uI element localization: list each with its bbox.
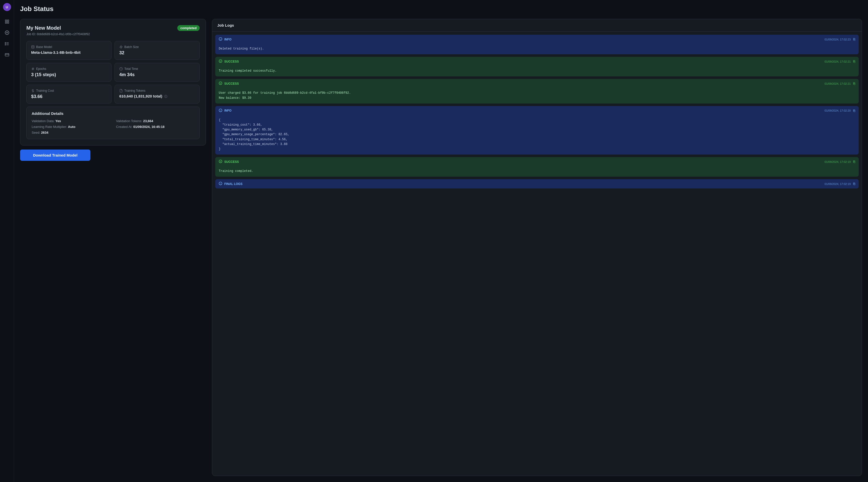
svg-point-11 [5,43,5,44]
stat-base-model-label: Base Model [31,45,107,49]
left-panel: My New Model completed Job ID: 6bb8d689-… [20,19,206,476]
log-entry-3: SUCCESS 01/09/2024, 17:02:21 ⎘ User char… [215,79,859,103]
copy-icon-1[interactable]: ⎘ [853,37,855,41]
log-header-4: INFO 01/09/2024, 17:02:20 ⎘ [215,106,859,115]
page-header: Job Status [14,0,868,13]
log-header-left-5: SUCCESS [219,159,239,164]
right-panel: Job Logs INFO [212,19,862,476]
model-card-header: My New Model completed [26,25,200,31]
stats-grid: Base Model Meta-Llama-3.1-8B-bnb-4bit Ba… [26,41,200,103]
svg-rect-13 [5,54,9,56]
svg-line-20 [33,68,33,70]
log-label-6: FINAL LOGS [224,182,242,186]
log-timestamp-5: 01/09/2024, 17:02:19 [825,160,851,163]
log-meta-3: 01/09/2024, 17:02:21 ⎘ [825,82,855,85]
log-label-2: SUCCESS [224,60,239,63]
stat-training-tokens-value: 610,640 (1,831,920 total) ⓘ [119,94,195,99]
info-circle-icon-6 [219,182,222,186]
stat-training-cost: Training Cost $3.66 [26,85,112,103]
copy-icon-3[interactable]: ⎘ [853,82,855,85]
job-id: Job ID: 6bb8d689-b2cd-4fa1-bf0b-c2f7f040… [26,32,200,36]
log-body-2: Training completed successfully. [215,66,859,77]
svg-point-10 [5,42,5,43]
list-icon[interactable] [2,39,11,48]
stat-total-time: Total Time 4m 34s [115,63,200,82]
success-icon-5 [219,159,222,164]
logs-container: Job Logs INFO [212,19,862,476]
stat-epochs-value: 3 (15 steps) [31,72,107,78]
svg-point-15 [32,46,34,47]
log-label-3: SUCCESS [224,82,239,85]
copy-icon-4[interactable]: ⎘ [853,109,855,113]
log-label-5: SUCCESS [224,160,239,163]
model-name: My New Model [26,25,61,31]
log-entry-1: INFO 01/09/2024, 17:02:23 ⎘ Deleted trai… [215,35,859,54]
stat-training-tokens-label: Training Tokens [119,89,195,92]
log-header-2: SUCCESS 01/09/2024, 17:02:21 ⎘ [215,57,859,66]
download-trained-model-button[interactable]: Download Trained Model [20,150,90,161]
card-icon[interactable] [2,50,11,59]
log-timestamp-1: 01/09/2024, 17:02:23 [825,38,851,41]
log-header-5: SUCCESS 01/09/2024, 17:02:19 ⎘ [215,157,859,167]
stat-total-time-value: 4m 34s [119,72,195,78]
plus-icon[interactable] [2,28,11,37]
copy-icon-5[interactable]: ⎘ [853,160,855,163]
svg-point-12 [5,44,5,45]
svg-rect-3 [7,22,8,23]
copy-icon-2[interactable]: ⎘ [853,60,855,63]
svg-marker-16 [120,46,123,49]
additional-details: Additional Details Validation Data: Yes … [26,107,200,139]
log-label-4: INFO [224,109,231,112]
log-entry-2: SUCCESS 01/09/2024, 17:02:21 ⎘ Training … [215,57,859,77]
info-icon: ⓘ [164,95,167,98]
stat-base-model: Base Model Meta-Llama-3.1-8B-bnb-4bit [26,41,112,60]
log-meta-6: 01/09/2024, 17:02:19 ⎘ [825,182,855,186]
model-card: My New Model completed Job ID: 6bb8d689-… [20,19,206,146]
sidebar: U [0,0,14,482]
log-header-left-3: SUCCESS [219,82,239,86]
log-timestamp-6: 01/09/2024, 17:02:19 [825,182,851,185]
stat-training-tokens: Training Tokens 610,640 (1,831,920 total… [115,85,200,103]
info-circle-icon-4 [219,109,222,113]
log-body-3: User charged $3.66 for training job 6bb8… [215,88,859,103]
stat-batch-size-value: 32 [119,50,195,56]
page-title: Job Status [20,5,862,13]
log-header-3: SUCCESS 01/09/2024, 17:02:21 ⎘ [215,79,859,88]
log-meta-5: 01/09/2024, 17:02:19 ⎘ [825,160,855,163]
user-avatar[interactable]: U [3,3,11,11]
log-body-4: { "training_cost": 3.66, "gpu_memory_use… [215,115,859,155]
success-icon-2 [219,59,222,64]
svg-line-19 [32,68,33,70]
log-header-left-6: FINAL LOGS [219,182,242,186]
log-header-left-4: INFO [219,109,231,113]
copy-icon-6[interactable]: ⎘ [853,182,855,186]
svg-rect-0 [5,20,6,21]
log-meta-4: 01/09/2024, 17:02:20 ⎘ [825,109,855,113]
main-area: Job Status My New Model completed Job ID… [14,0,868,482]
log-meta-1: 01/09/2024, 17:02:23 ⎘ [825,37,855,41]
log-meta-2: 01/09/2024, 17:02:21 ⎘ [825,60,855,63]
detail-validation-tokens: Validation Tokens: 23,664 [116,119,194,123]
log-body-5: Training completed. [215,167,859,177]
stat-epochs-label: Epochs [31,67,107,71]
stat-base-model-value: Meta-Llama-3.1-8B-bnb-4bit [31,50,107,55]
log-body-1: Deleted training file(s). [215,44,859,54]
stat-training-cost-value: $3.66 [31,94,107,99]
log-timestamp-3: 01/09/2024, 17:02:21 [825,82,851,85]
svg-rect-1 [7,20,8,21]
logs-header: Job Logs [212,19,862,32]
additional-details-title: Additional Details [32,111,194,116]
stat-batch-size-label: Batch Size [119,45,195,49]
content-area: My New Model completed Job ID: 6bb8d689-… [14,13,868,482]
detail-learning-rate: Learning Rate Multiplier: Auto [32,125,110,129]
success-icon-3 [219,82,222,86]
svg-rect-2 [5,22,6,23]
detail-seed: Seed: 2634 [32,131,110,134]
log-entry-6: FINAL LOGS 01/09/2024, 17:02:19 ⎘ [215,179,859,188]
details-grid: Validation Data: Yes Validation Tokens: … [32,119,194,134]
log-header-left-2: SUCCESS [219,59,239,64]
log-entry-5: SUCCESS 01/09/2024, 17:02:19 ⎘ Training … [215,157,859,177]
detail-created-at: Created At: 01/09/2024, 16:45:18 [116,125,194,129]
stat-total-time-label: Total Time [119,67,195,71]
grid-icon[interactable] [2,17,11,26]
